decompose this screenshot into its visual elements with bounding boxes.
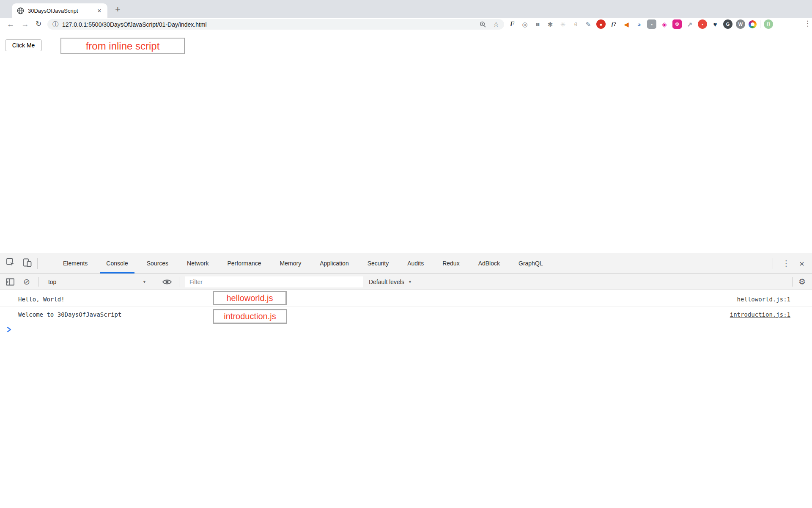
tab-redux[interactable]: Redux: [433, 253, 469, 273]
tab-audits[interactable]: Audits: [398, 253, 433, 273]
extensions-area: F◎▮▮✱✳(-)✎◼ƒ?◀◕●◈⚙↗▼♥GW{}: [508, 19, 773, 30]
bookmark-star-icon[interactable]: ☆: [493, 20, 499, 28]
devtools-menu-icon[interactable]: ⋮: [782, 259, 790, 268]
divider: [37, 258, 38, 269]
chevron-down-icon: ▼: [143, 280, 146, 284]
chevron-down-icon: ▼: [408, 280, 412, 284]
forward-icon[interactable]: →: [21, 19, 29, 30]
megaphone-extension-icon[interactable]: ◀: [622, 19, 631, 29]
introduction-annotation: introduction.js: [213, 309, 287, 324]
tab-application[interactable]: Application: [310, 253, 358, 273]
log-levels-label: Default levels: [369, 279, 404, 285]
gear-square-extension-icon[interactable]: ⚙: [672, 19, 682, 29]
divider: [38, 277, 39, 287]
globe-favicon-icon: [17, 7, 24, 14]
swirl-extension-icon[interactable]: ◕: [634, 19, 644, 29]
helloworld-annotation: helloworld.js: [213, 291, 287, 305]
source-link[interactable]: introduction.js:1: [730, 311, 790, 318]
tab-title: 30DaysOfJavaScript: [28, 8, 96, 14]
tab-strip: 30DaysOfJavaScript × +: [0, 0, 812, 18]
console-settings-gear-icon[interactable]: ⚙: [798, 277, 806, 287]
console-sidebar-icon[interactable]: [5, 278, 15, 286]
tab-console[interactable]: Console: [97, 253, 137, 273]
introduction-annotation-text: introduction.js: [224, 312, 276, 321]
f-question-extension-icon[interactable]: ƒ?: [609, 19, 618, 29]
inline-script-annotation: from inline script: [60, 38, 185, 54]
tab-security[interactable]: Security: [358, 253, 398, 273]
color-ring-extension-icon[interactable]: [749, 20, 757, 28]
devtools-close-icon[interactable]: ×: [799, 259, 804, 268]
console-row: Welcome to 30DaysOfJavaScript introducti…: [0, 307, 812, 322]
console-messages: Hello, World! helloworld.js:1 Welcome to…: [0, 290, 812, 337]
context-selector-value: top: [48, 279, 56, 285]
fonts-f-extension-icon[interactable]: F: [508, 19, 517, 29]
column-bars-extension-icon[interactable]: ▮▮: [533, 19, 542, 29]
devtools-tab-bar: Elements Console Sources Network Perform…: [0, 253, 812, 274]
devtools-panel: Elements Console Sources Network Perform…: [0, 253, 812, 508]
new-tab-button[interactable]: +: [112, 3, 123, 16]
clear-console-icon[interactable]: ⊘: [23, 277, 30, 287]
page-info-icon[interactable]: ⓘ: [52, 21, 58, 28]
zoom-icon[interactable]: [480, 21, 486, 28]
device-toolbar-icon[interactable]: [22, 258, 32, 269]
context-selector[interactable]: top ▼: [44, 279, 150, 285]
console-prompt[interactable]: [0, 322, 812, 337]
graphql-extension-icon[interactable]: ◈: [660, 19, 669, 29]
reload-icon[interactable]: ↻: [36, 19, 41, 30]
tab-elements[interactable]: Elements: [54, 253, 97, 273]
helloworld-annotation-text: helloworld.js: [226, 293, 273, 303]
url-bar[interactable]: ⓘ 127.0.0.1:5500 /30DaysOfJavaScript/01-…: [47, 19, 504, 30]
divider: [155, 277, 155, 287]
atom-extension-icon[interactable]: ◎: [520, 19, 529, 29]
corner-arrows-extension-icon[interactable]: ↗: [685, 19, 694, 29]
bug-extension-icon[interactable]: ✱: [546, 19, 555, 29]
browser-tab[interactable]: 30DaysOfJavaScript ×: [12, 3, 107, 18]
tab-memory[interactable]: Memory: [271, 253, 311, 273]
g-circle-extension-icon[interactable]: G: [723, 19, 732, 29]
inline-script-annotation-text: from inline script: [86, 40, 160, 52]
tab-performance[interactable]: Performance: [218, 253, 270, 273]
prompt-chevron-icon: [7, 327, 11, 332]
bookmark-circle-extension-icon[interactable]: ▼: [698, 19, 707, 29]
tab-adblock[interactable]: AdBlock: [469, 253, 509, 273]
console-message-text: Hello, World!: [18, 296, 65, 303]
console-row: Hello, World! helloworld.js:1: [0, 292, 812, 307]
back-icon[interactable]: ←: [7, 19, 14, 30]
divider: [773, 258, 773, 269]
inspect-element-icon[interactable]: [6, 258, 16, 269]
separator: [760, 20, 760, 28]
heart-search-extension-icon[interactable]: ♥: [710, 19, 720, 29]
tab-graphql[interactable]: GraphQL: [509, 253, 552, 273]
devtools-tabs: Elements Console Sources Network Perform…: [54, 253, 552, 273]
url-path: /30DaysOfJavaScript/01-Day/index.html: [102, 21, 206, 28]
click-me-button[interactable]: Click Me: [5, 39, 42, 51]
w-circle-extension-icon[interactable]: W: [736, 19, 745, 29]
url-host: 127.0.0.1:5500: [62, 21, 102, 28]
camera-extension-icon[interactable]: ●: [647, 19, 656, 29]
eyedropper-extension-icon[interactable]: ✎: [584, 19, 593, 29]
tab-sources[interactable]: Sources: [137, 253, 178, 273]
live-expression-eye-icon[interactable]: [162, 278, 172, 286]
tab-network[interactable]: Network: [178, 253, 218, 273]
braces-circle-extension-icon[interactable]: {}: [764, 19, 773, 29]
page-content: Click Me from inline script: [0, 30, 812, 253]
filter-input[interactable]: [185, 276, 363, 287]
divider: [179, 277, 179, 287]
source-link[interactable]: helloworld.js:1: [737, 296, 790, 303]
log-levels-selector[interactable]: Default levels ▼: [369, 279, 412, 285]
stop-hand-extension-icon[interactable]: ◼: [596, 19, 606, 29]
react-devtools-extension-icon[interactable]: ✳: [558, 19, 568, 29]
console-message-text: Welcome to 30DaysOfJavaScript: [18, 311, 121, 318]
divider: [792, 277, 793, 287]
console-toolbar: ⊘ top ▼ Default levels ▼ ⚙: [0, 274, 812, 290]
browser-menu-icon[interactable]: ⋮: [804, 19, 811, 28]
tab-close-icon[interactable]: ×: [96, 7, 102, 14]
brackets-extension-icon[interactable]: (-): [571, 19, 580, 29]
